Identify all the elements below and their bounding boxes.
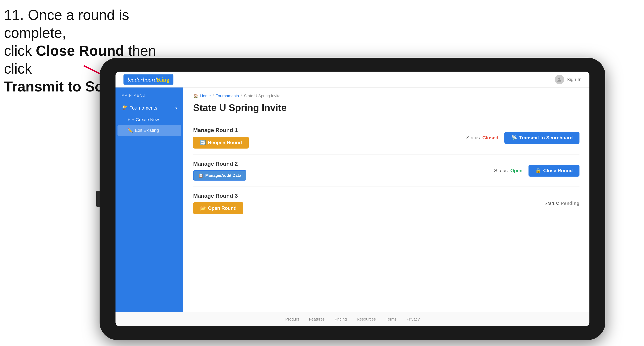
close-icon: 🔒 — [535, 168, 541, 173]
round-1-left: Manage Round 1 🔄 Reopen Round — [193, 127, 249, 149]
sidebar-create-new[interactable]: + + Create New — [116, 114, 183, 125]
footer-pricing[interactable]: Pricing — [335, 317, 347, 322]
breadcrumb-sep-1: / — [213, 94, 214, 98]
round-3-status: Status: Pending — [544, 201, 580, 206]
tablet-side-button — [96, 191, 100, 207]
round-2-status-value: Open — [510, 168, 522, 173]
footer-resources[interactable]: Resources — [357, 317, 376, 322]
reopen-round-button[interactable]: 🔄 Reopen Round — [193, 137, 249, 149]
main-menu-label: MAIN MENU — [116, 93, 183, 98]
trophy-icon: 🏆 — [122, 105, 127, 111]
breadcrumb-home[interactable]: Home — [200, 94, 211, 98]
round-2-right: Status: Open 🔒 Close Round — [494, 165, 580, 176]
footer: Product Features Pricing Resources Terms… — [116, 312, 590, 326]
sidebar: MAIN MENU 🏆 Tournaments + + Create New ✏… — [116, 87, 183, 312]
create-new-label: + Create New — [132, 117, 159, 122]
main-layout: MAIN MENU 🏆 Tournaments + + Create New ✏… — [116, 87, 590, 312]
manage-audit-data-button[interactable]: 📋 Manage/Audit Data — [193, 170, 246, 180]
breadcrumb: 🏠 Home / Tournaments / State U Spring In… — [193, 93, 580, 98]
tablet-shell: leaderboard King Sign In MAIN MENU 🏆 Tou… — [100, 58, 605, 340]
logo: leaderboard King — [124, 74, 174, 85]
round-3-status-value: Pending — [560, 201, 580, 206]
round-3-section: Manage Round 3 📂 Open Round Status: Pend… — [193, 187, 580, 220]
round-3-right: Status: Pending — [544, 201, 580, 206]
open-round-button[interactable]: 📂 Open Round — [193, 202, 243, 214]
footer-privacy[interactable]: Privacy — [407, 317, 420, 322]
round-3-title: Manage Round 3 — [193, 193, 243, 199]
instruction-line1: 11. Once a round is complete, — [4, 6, 183, 42]
reopen-icon: 🔄 — [200, 140, 206, 145]
user-avatar — [554, 75, 564, 84]
round-1-status-value: Closed — [482, 135, 498, 140]
round-1-status: Status: Closed — [466, 135, 498, 141]
edit-icon: ✏️ — [128, 128, 133, 133]
breadcrumb-tournaments[interactable]: Tournaments — [216, 94, 239, 98]
round-2-left: Manage Round 2 📋 Manage/Audit Data — [193, 161, 246, 180]
content-area: 🏠 Home / Tournaments / State U Spring In… — [183, 87, 590, 312]
chevron-down-icon — [175, 105, 177, 111]
page-title: State U Spring Invite — [193, 102, 580, 113]
top-bar: leaderboard King Sign In — [116, 72, 590, 87]
round-1-title: Manage Round 1 — [193, 127, 249, 133]
close-round-button[interactable]: 🔒 Close Round — [528, 165, 580, 176]
transmit-to-scoreboard-button[interactable]: 📡 Transmit to Scoreboard — [504, 132, 580, 144]
round-2-section: Manage Round 2 📋 Manage/Audit Data Statu… — [193, 155, 580, 187]
sign-in-label[interactable]: Sign In — [566, 77, 582, 82]
round-1-section: Manage Round 1 🔄 Reopen Round Status: Cl… — [193, 121, 580, 155]
round-1-right: Status: Closed 📡 Transmit to Scoreboard — [466, 132, 580, 144]
breadcrumb-sep-2: / — [241, 94, 242, 98]
round-3-left: Manage Round 3 📂 Open Round — [193, 193, 243, 214]
home-icon: 🏠 — [193, 93, 198, 98]
sidebar-tournaments-label: Tournaments — [130, 105, 157, 111]
sidebar-edit-existing[interactable]: ✏️ Edit Existing — [118, 125, 181, 136]
transmit-icon: 📡 — [511, 135, 517, 141]
sign-in-area[interactable]: Sign In — [554, 75, 582, 84]
footer-product[interactable]: Product — [285, 317, 299, 322]
round-2-status: Status: Open — [494, 168, 522, 173]
audit-icon: 📋 — [198, 173, 203, 178]
plus-icon: + — [128, 117, 130, 122]
logo-king: King — [157, 76, 169, 83]
open-icon: 📂 — [200, 205, 206, 211]
sidebar-item-tournaments[interactable]: 🏆 Tournaments — [116, 102, 183, 114]
round-2-title: Manage Round 2 — [193, 161, 246, 167]
breadcrumb-current: State U Spring Invite — [244, 94, 280, 98]
footer-features[interactable]: Features — [309, 317, 325, 322]
footer-terms[interactable]: Terms — [386, 317, 396, 322]
svg-point-2 — [558, 78, 560, 80]
tablet-screen: leaderboard King Sign In MAIN MENU 🏆 Tou… — [116, 72, 590, 326]
logo-leaderboard: leaderboard — [128, 76, 157, 83]
edit-existing-label: Edit Existing — [135, 128, 159, 133]
instruction-close-round: Close Round — [36, 43, 124, 59]
